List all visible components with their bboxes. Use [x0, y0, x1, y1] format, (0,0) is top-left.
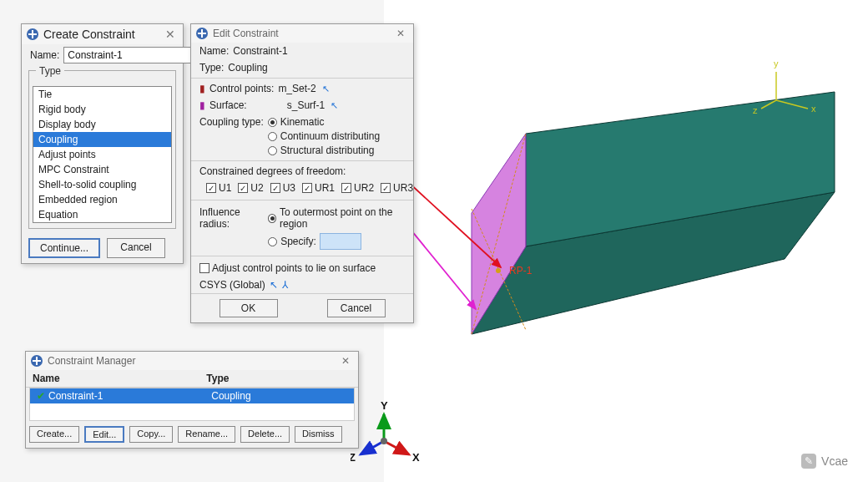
watermark: ✎ Vcae	[801, 454, 848, 469]
edit-button[interactable]: Edit...	[84, 426, 124, 443]
name-input[interactable]	[63, 47, 197, 63]
cancel-button[interactable]: Cancel	[107, 238, 165, 258]
coupling-type-radio[interactable]: Kinematic	[268, 116, 380, 128]
chat-icon: ✎	[801, 454, 816, 469]
surface-value: s_Surf-1	[287, 99, 325, 111]
type-option[interactable]: Embedded region	[33, 192, 171, 207]
name-value: Constraint-1	[233, 45, 287, 57]
type-option[interactable]: Tie	[33, 87, 171, 102]
type-option[interactable]: Coupling	[33, 132, 171, 147]
coupling-type-radio[interactable]: Continuum distributing	[268, 130, 380, 142]
create-title: Create Constraint	[43, 28, 163, 41]
pick-icon[interactable]: ↖	[329, 100, 340, 111]
dof-checkbox[interactable]: ✓U1	[206, 182, 231, 194]
type-option[interactable]: Equation	[33, 207, 171, 222]
type-option[interactable]: Display body	[33, 117, 171, 132]
csys-icon[interactable]: ⅄	[282, 279, 288, 291]
check-icon: ✔	[37, 390, 45, 402]
manager-table-header: Name Type	[26, 370, 358, 388]
svg-text:x: x	[811, 104, 816, 114]
dof-checkbox[interactable]: ✓U3	[270, 182, 295, 194]
adjust-checkbox[interactable]: Adjust control points to lie on surface	[199, 262, 376, 274]
name-label: Name:	[30, 49, 59, 61]
dof-label: Constrained degrees of freedom:	[199, 165, 346, 177]
control-points-label: Control points:	[209, 83, 274, 94]
svg-line-16	[384, 441, 409, 454]
influence-specify-radio[interactable]: Specify:	[268, 233, 405, 250]
dof-checkbox[interactable]: ✓UR2	[341, 182, 374, 194]
pick-icon[interactable]: ↖	[320, 84, 331, 94]
viewport[interactable]: RP-1 x y z	[384, 0, 868, 482]
copy-button[interactable]: Copy...	[129, 426, 173, 443]
model-beam: RP-1 x y z	[384, 0, 868, 482]
dof-checkbox[interactable]: ✓UR3	[381, 182, 413, 194]
type-option[interactable]: MPC Constraint	[33, 162, 171, 177]
manager-title: Constraint Manager	[48, 355, 338, 367]
table-row[interactable]: ✔Constraint-1Coupling	[30, 388, 354, 403]
edit-title: Edit Constraint	[213, 28, 393, 39]
svg-text:Y: Y	[381, 401, 388, 412]
manager-titlebar: Constraint Manager ✕	[26, 352, 358, 370]
app-icon	[196, 28, 208, 39]
close-icon[interactable]: ✕	[393, 28, 408, 39]
svg-point-20	[381, 438, 387, 444]
cancel-button[interactable]: Cancel	[327, 299, 386, 317]
surface-label: Surface:	[209, 99, 247, 111]
type-value: Coupling	[228, 62, 267, 74]
edit-constraint-dialog: Edit Constraint ✕ Name:Constraint-1 Type…	[190, 23, 414, 323]
ok-button[interactable]: OK	[220, 299, 278, 317]
dof-checkbox[interactable]: ✓U2	[238, 182, 263, 194]
manager-table-body[interactable]: ✔Constraint-1Coupling	[29, 388, 355, 421]
svg-line-18	[361, 441, 384, 454]
svg-point-5	[496, 268, 501, 273]
csys-label: CSYS (Global)	[199, 279, 265, 291]
type-option[interactable]: Shell-to-solid coupling	[33, 177, 171, 192]
type-group-label: Type	[36, 65, 64, 77]
dof-checkbox[interactable]: ✓UR1	[302, 182, 335, 194]
type-label: Type:	[199, 62, 224, 74]
view-triad: Y X Z	[351, 401, 426, 468]
type-option[interactable]: Rigid body	[33, 102, 171, 117]
control-points-value: m_Set-2	[278, 83, 315, 94]
svg-text:X: X	[412, 451, 420, 464]
rp-label: RP-1	[509, 265, 532, 277]
svg-text:y: y	[774, 58, 779, 68]
coupling-type-label: Coupling type:	[199, 116, 264, 128]
app-icon	[31, 355, 43, 367]
close-icon[interactable]: ✕	[163, 28, 178, 41]
app-icon	[27, 28, 38, 40]
create-constraint-dialog: Create Constraint ✕ Name: Type TieRigid …	[21, 23, 184, 264]
svg-text:Z: Z	[351, 451, 356, 464]
type-option[interactable]: Adjust points	[33, 147, 171, 162]
dismiss-button[interactable]: Dismiss	[295, 426, 342, 443]
influence-label: Influence radius:	[199, 206, 264, 230]
name-label: Name:	[199, 45, 229, 57]
rename-button[interactable]: Rename...	[178, 426, 235, 443]
svg-text:z: z	[753, 105, 758, 115]
constraint-type-list[interactable]: TieRigid bodyDisplay bodyCouplingAdjust …	[33, 86, 172, 223]
continue-button[interactable]: Continue...	[28, 238, 100, 258]
close-icon[interactable]: ✕	[338, 355, 353, 367]
specify-input[interactable]	[320, 233, 361, 250]
constraint-manager-dialog: Constraint Manager ✕ Name Type ✔Constrai…	[25, 351, 359, 449]
create-button[interactable]: Create...	[29, 426, 79, 443]
influence-outermost-radio[interactable]: To outermost point on the region	[268, 206, 405, 230]
delete-button[interactable]: Delete...	[240, 426, 290, 443]
edit-titlebar: Edit Constraint ✕	[191, 24, 413, 43]
surface-icon: ▮	[199, 99, 205, 111]
create-titlebar: Create Constraint ✕	[22, 24, 183, 44]
coupling-type-radio[interactable]: Structural distributing	[268, 145, 380, 156]
control-points-icon: ▮	[199, 83, 205, 94]
pick-icon[interactable]: ↖	[270, 279, 278, 291]
